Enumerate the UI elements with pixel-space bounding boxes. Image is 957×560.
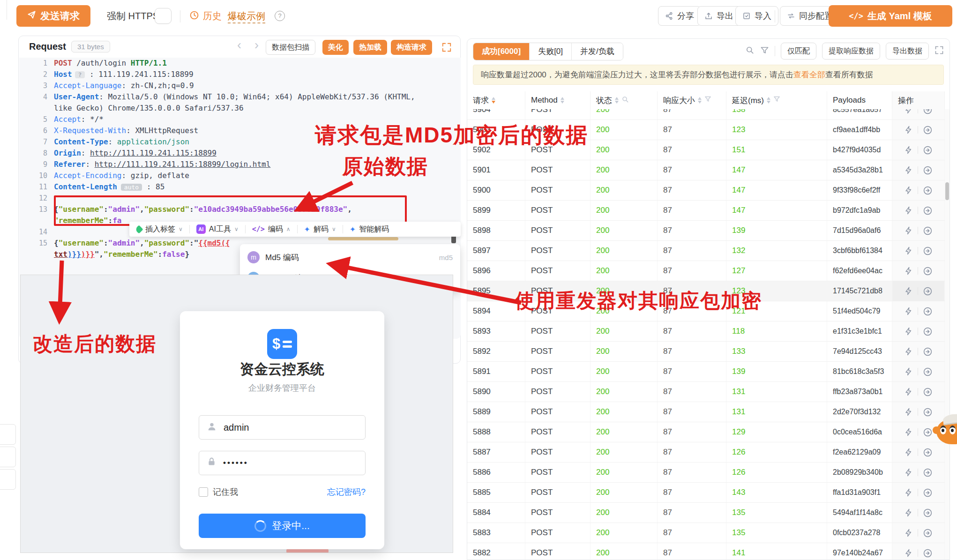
- detail-icon[interactable]: [923, 488, 933, 498]
- table-row[interactable]: 5885POST20087143ffa1d31a903f1: [467, 483, 945, 503]
- table-row[interactable]: 5883POST200871350fcb0237a278: [467, 523, 945, 543]
- table-row[interactable]: 5899POST20087147b972dfc1a9ab: [467, 201, 945, 221]
- username-field[interactable]: admin: [199, 415, 366, 440]
- help-icon[interactable]: ?: [275, 11, 285, 21]
- code-line[interactable]: 1POST /auth/login HTTP/1.1: [19, 58, 461, 69]
- decode-menu[interactable]: ✦ 解码 ∨: [298, 222, 343, 237]
- column-header[interactable]: 操作: [892, 91, 945, 109]
- code-line[interactable]: like Gecko) Chrome/135.0.0.0 Safari/537.…: [19, 103, 461, 114]
- table-row[interactable]: 5897POST200871323cbf6bbf61384: [467, 241, 945, 261]
- table-row[interactable]: 5884POST200871355494af1f14a8c: [467, 503, 945, 523]
- detail-icon[interactable]: [923, 508, 933, 518]
- table-row[interactable]: 5886POST200871262b08929b340b: [467, 463, 945, 483]
- code-line[interactable]: 8Origin: http://111.119.241.115:18899: [19, 148, 461, 159]
- resend-icon[interactable]: [905, 109, 913, 114]
- table-row[interactable]: 5896POST20087127f62efd6ee04ac: [467, 261, 945, 281]
- detail-icon[interactable]: [923, 286, 933, 296]
- column-search-icon[interactable]: [621, 96, 629, 105]
- export-data-button[interactable]: 导出数据: [886, 43, 929, 60]
- detail-icon[interactable]: [923, 407, 933, 417]
- column-header[interactable]: Payloads: [827, 91, 892, 109]
- table-row[interactable]: 5901POST20087147a5345d3a28b1: [467, 160, 945, 180]
- resend-icon[interactable]: [905, 388, 913, 396]
- code-line[interactable]: 10Accept-Encoding: gzip, deflate: [19, 170, 461, 181]
- table-row[interactable]: 5900POST200871479f33f98c6ef2ff: [467, 180, 945, 201]
- detail-icon[interactable]: [923, 327, 933, 336]
- insert-tag-menu[interactable]: 插入标签 ∨: [129, 222, 189, 237]
- resend-icon[interactable]: [905, 246, 913, 255]
- share-button[interactable]: 分享: [658, 6, 701, 26]
- code-line[interactable]: 2Host? : 111.119.241.115:18899: [19, 69, 461, 80]
- resend-icon[interactable]: [905, 146, 913, 154]
- resend-icon[interactable]: [905, 267, 913, 275]
- sort-icon[interactable]: [561, 97, 564, 104]
- column-header[interactable]: 请求: [467, 91, 525, 109]
- construct-request-button[interactable]: 构造请求: [391, 40, 432, 55]
- column-filter-icon[interactable]: [704, 96, 711, 105]
- detail-icon[interactable]: [923, 186, 933, 195]
- table-row[interactable]: 5882POST2008714197e140b24a67: [467, 543, 945, 560]
- brute-example-link[interactable]: 爆破示例: [228, 10, 265, 23]
- nav-forward-icon[interactable]: ›: [254, 38, 259, 52]
- resend-icon[interactable]: [905, 508, 913, 517]
- table-row[interactable]: 5893POST20087118e1f31c3e1bfc1: [467, 321, 945, 342]
- detail-icon[interactable]: [923, 125, 933, 135]
- detail-icon[interactable]: [923, 266, 933, 276]
- table-row[interactable]: 5889POST200871312d2e70f3d132: [467, 402, 945, 422]
- table-row[interactable]: 5894POST2008712151f4ed504c79: [467, 301, 945, 321]
- fullscreen-icon[interactable]: [441, 42, 452, 54]
- md5-encode-option[interactable]: m Md5 编码 md5: [240, 247, 460, 268]
- view-all-link[interactable]: 查看全部: [793, 69, 825, 80]
- smart-decode-button[interactable]: ✦ 智能解码: [343, 222, 396, 237]
- column-header[interactable]: 延迟(ms): [726, 91, 827, 109]
- resend-icon[interactable]: [905, 549, 913, 557]
- table-row[interactable]: 5904POST200871388c557ea1a657: [467, 109, 945, 120]
- resend-icon[interactable]: [905, 448, 913, 456]
- resend-icon[interactable]: [905, 408, 913, 416]
- sort-icon[interactable]: [698, 97, 702, 104]
- beautify-button[interactable]: 美化: [322, 40, 349, 55]
- tab-concurrency[interactable]: 并发/负载: [571, 43, 623, 60]
- login-submit-button[interactable]: 登录中...: [199, 514, 366, 538]
- table-row[interactable]: 5891POST2008713981bc618c3a5f3: [467, 362, 945, 382]
- generate-yaml-button[interactable]: </> 生成 Yaml 模板: [829, 5, 952, 27]
- detail-icon[interactable]: [923, 367, 933, 377]
- column-header[interactable]: 状态: [591, 91, 658, 109]
- code-line[interactable]: 11Content-Lengthauto : 85: [19, 181, 461, 193]
- only-match-button[interactable]: 仅匹配: [781, 43, 816, 60]
- detail-icon[interactable]: [923, 206, 933, 216]
- table-row[interactable]: 5895POST2008712317145c721db8: [467, 281, 945, 301]
- forgot-password-link[interactable]: 忘记密码?: [327, 486, 366, 498]
- code-line[interactable]: 6X-Requested-With: XMLHttpRequest: [19, 125, 461, 136]
- resend-icon[interactable]: [905, 428, 913, 436]
- detail-icon[interactable]: [923, 427, 933, 437]
- detail-icon[interactable]: [923, 145, 933, 155]
- code-line[interactable]: 5Accept: */*: [19, 114, 461, 125]
- ai-tools-menu[interactable]: AI AI工具 ∨: [190, 222, 245, 237]
- table-row[interactable]: 5890POST20087131ffb23a873a0b1: [467, 382, 945, 402]
- code-line[interactable]: 4User-Agent: Mozilla/5.0 (Windows NT 10.…: [19, 91, 461, 103]
- resend-icon[interactable]: [905, 186, 913, 194]
- password-field[interactable]: ••••••: [199, 451, 366, 475]
- force-https-toggle[interactable]: [155, 8, 172, 24]
- detail-icon[interactable]: [923, 226, 933, 236]
- hot-reload-button[interactable]: 热加载: [353, 40, 387, 55]
- expand-icon[interactable]: [935, 45, 944, 57]
- column-header[interactable]: 响应大小: [658, 91, 726, 109]
- tab-failed[interactable]: 失败[0]: [529, 43, 571, 60]
- sort-icon[interactable]: [492, 97, 495, 104]
- code-line[interactable]: 9Referer: http://111.119.241.115:18899/l…: [19, 159, 461, 170]
- resend-icon[interactable]: [905, 166, 913, 174]
- detail-icon[interactable]: [923, 468, 933, 478]
- detail-icon[interactable]: [923, 528, 933, 538]
- results-scrollbar-track[interactable]: [945, 109, 950, 560]
- detail-icon[interactable]: [923, 347, 933, 357]
- detail-icon[interactable]: [923, 246, 933, 256]
- table-row[interactable]: 5898POST200871397d15d96a0af6: [467, 221, 945, 241]
- table-row[interactable]: 5888POST200871290c0cea516d6a: [467, 422, 945, 442]
- nav-back-icon[interactable]: ‹: [237, 38, 241, 52]
- results-scrollbar-thumb[interactable]: [945, 182, 949, 200]
- editor-horizontal-scrollbar[interactable]: [328, 237, 398, 240]
- detail-icon[interactable]: [923, 548, 933, 558]
- column-filter-icon[interactable]: [773, 96, 780, 105]
